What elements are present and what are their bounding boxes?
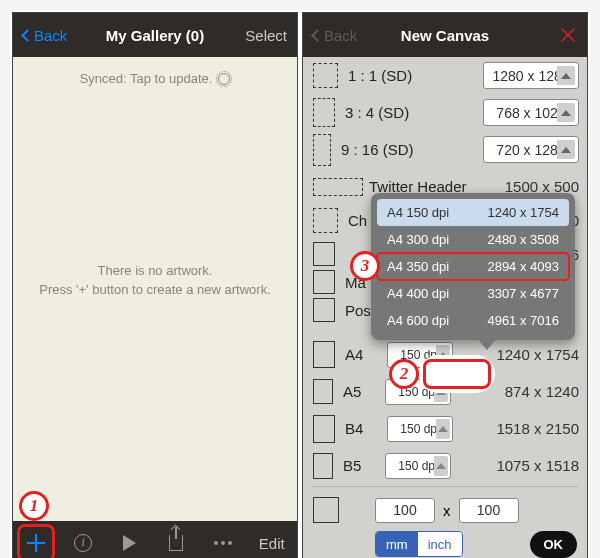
dropdown-label: A4 150 dpi xyxy=(387,205,487,220)
close-button[interactable] xyxy=(559,26,577,44)
aspect-icon xyxy=(313,134,331,166)
chevron-up-icon xyxy=(557,140,575,159)
dims-picker[interactable]: 768 x 1024 xyxy=(483,99,579,126)
dropdown-item[interactable]: A4 400 dpi3307 x 4677 xyxy=(377,280,569,307)
info-button[interactable] xyxy=(72,532,94,554)
back-label: Back xyxy=(34,27,67,44)
paper-name: A4 xyxy=(345,346,377,363)
newcanvas-body: 1 : 1 (SD) 1280 x 1280 3 : 4 (SD) 768 x … xyxy=(303,57,587,558)
share-icon xyxy=(169,535,183,551)
dims-picker[interactable]: 720 x 1280 xyxy=(483,136,579,163)
dims-picker[interactable]: 1280 x 1280 xyxy=(483,62,579,89)
aspect-icon xyxy=(313,298,335,322)
width-input[interactable]: 100 xyxy=(375,498,435,523)
x-label: x xyxy=(443,502,451,519)
dropdown-dims: 1240 x 1754 xyxy=(487,205,559,220)
callout-1-box xyxy=(17,524,55,558)
callout-2: 2 xyxy=(389,359,419,389)
callout-2-box xyxy=(423,359,491,389)
chevron-up-icon xyxy=(557,66,575,85)
dropdown-item[interactable]: A4 150 dpi1240 x 1754 xyxy=(377,199,569,226)
unit-segmented[interactable]: mm inch xyxy=(375,531,463,557)
aspect-icon xyxy=(313,63,338,88)
dims-value: 1240 x 1754 xyxy=(496,346,579,363)
gallery-topbar: Back My Gallery (0) Select xyxy=(13,13,297,57)
aspect-icon xyxy=(313,453,333,479)
sync-text: Synced: Tap to update. xyxy=(80,71,213,86)
paper-name: B4 xyxy=(345,420,377,437)
ok-button[interactable]: OK xyxy=(530,531,578,558)
select-button[interactable]: Select xyxy=(245,27,287,44)
dpi-picker[interactable]: 150 dpi xyxy=(385,453,451,479)
preset-row[interactable]: 9 : 16 (SD) 720 x 1280 xyxy=(303,131,587,168)
dropdown-item[interactable]: A4 300 dpi2480 x 3508 xyxy=(377,226,569,253)
paper-name: B5 xyxy=(343,457,375,474)
height-input[interactable]: 100 xyxy=(459,498,519,523)
chevron-left-icon xyxy=(311,29,324,42)
edit-button[interactable]: Edit xyxy=(259,535,285,552)
chevron-left-icon xyxy=(21,29,34,42)
dpi-value: 150 dpi xyxy=(398,459,437,473)
gallery-body: Synced: Tap to update. There is no artwo… xyxy=(13,57,297,521)
dims-value: 720 x 1280 xyxy=(496,142,565,158)
more-button[interactable] xyxy=(212,532,234,554)
dims-value: 1518 x 2150 xyxy=(496,420,579,437)
aspect-icon xyxy=(313,379,333,404)
dropdown-label: A4 300 dpi xyxy=(387,232,487,247)
unit-row: mm inch OK xyxy=(313,527,577,558)
dropdown-dims: 2480 x 3508 xyxy=(487,232,559,247)
paper-row[interactable]: B4 150 dpi 1518 x 2150 xyxy=(303,410,587,447)
paper-name: A5 xyxy=(343,383,375,400)
composite-screenshot: Back My Gallery (0) Select Synced: Tap t… xyxy=(10,10,590,558)
back-button[interactable]: Back xyxy=(23,27,67,44)
callout-3: 3 xyxy=(350,251,380,281)
custom-size-row: 100 x 100 xyxy=(313,493,577,527)
preset-row[interactable]: 3 : 4 (SD) 768 x 1024 xyxy=(303,94,587,131)
chevron-up-icon xyxy=(434,456,448,476)
preset-name: 1 : 1 (SD) xyxy=(348,67,473,84)
dropdown-label: A4 600 dpi xyxy=(387,313,487,328)
gear-icon xyxy=(218,73,230,85)
paper-row[interactable]: B5 150 dpi 1075 x 1518 xyxy=(303,447,587,484)
dropdown-label: A4 400 dpi xyxy=(387,286,487,301)
info-icon xyxy=(74,534,92,552)
play-icon xyxy=(123,535,136,551)
dpi-dropdown[interactable]: A4 150 dpi1240 x 1754 A4 300 dpi2480 x 3… xyxy=(371,193,575,340)
empty-message: There is no artwork. Press '+' button to… xyxy=(13,260,297,299)
sync-row[interactable]: Synced: Tap to update. xyxy=(13,57,297,100)
share-button[interactable] xyxy=(165,532,187,554)
play-button[interactable] xyxy=(119,532,141,554)
aspect-icon xyxy=(313,242,335,266)
newcanvas-screen: Back New Canvas 1 : 1 (SD) 1280 x 1280 3… xyxy=(302,12,588,558)
unit-inch[interactable]: inch xyxy=(418,532,462,556)
dpi-value: 150 dpi xyxy=(400,422,439,436)
preset-name: 9 : 16 (SD) xyxy=(341,141,473,158)
dropdown-dims: 2894 x 4093 xyxy=(487,259,559,274)
dims-value: 874 x 1240 xyxy=(505,383,579,400)
divider xyxy=(311,486,579,487)
dots-icon xyxy=(214,541,232,545)
empty-line-2: Press '+' button to create a new artwork… xyxy=(13,280,297,300)
aspect-icon xyxy=(313,497,339,523)
dropdown-item[interactable]: A4 600 dpi4961 x 7016 xyxy=(377,307,569,334)
dropdown-item-highlighted[interactable]: A4 350 dpi2894 x 4093 xyxy=(377,253,569,280)
custom-size-area: 100 x 100 mm inch OK 200 dpi 787x787 xyxy=(303,489,587,558)
preset-row[interactable]: 1 : 1 (SD) 1280 x 1280 xyxy=(303,57,587,94)
unit-mm[interactable]: mm xyxy=(376,532,418,556)
dpi-picker[interactable]: 150 dpi xyxy=(387,416,453,442)
preset-name: 3 : 4 (SD) xyxy=(345,104,473,121)
aspect-icon xyxy=(313,98,335,127)
dims-value: 1075 x 1518 xyxy=(496,457,579,474)
close-icon xyxy=(559,26,577,44)
back-button-muted[interactable]: Back xyxy=(313,27,357,44)
empty-line-1: There is no artwork. xyxy=(13,260,297,280)
chevron-up-icon xyxy=(557,103,575,122)
callout-1: 1 xyxy=(19,491,49,521)
aspect-icon xyxy=(313,341,335,368)
dropdown-dims: 4961 x 7016 xyxy=(487,313,559,328)
newcanvas-topbar: Back New Canvas xyxy=(303,13,587,57)
dropdown-label: A4 350 dpi xyxy=(387,259,487,274)
aspect-icon xyxy=(313,270,335,294)
dims-value: 768 x 1024 xyxy=(496,105,565,121)
chevron-up-icon xyxy=(436,419,450,439)
